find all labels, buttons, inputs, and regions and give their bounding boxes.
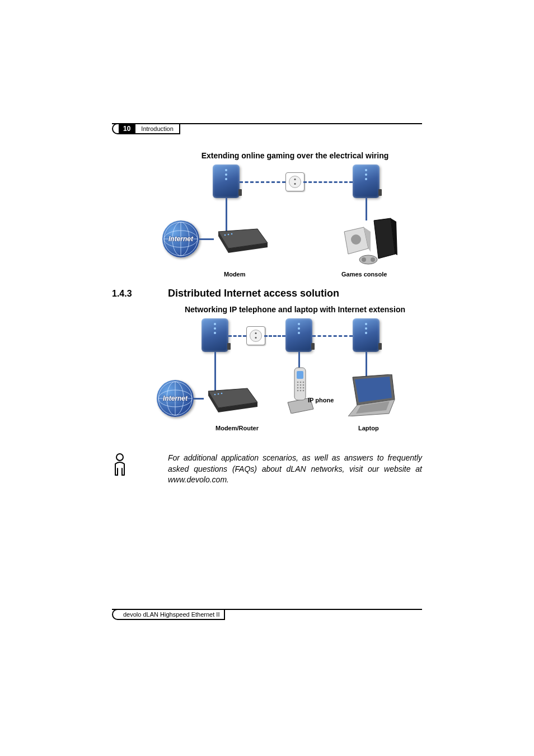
wan-cable	[199, 238, 214, 240]
svg-point-10	[231, 233, 233, 235]
internet-globe-icon: Internet	[157, 380, 194, 417]
laptop-label: Laptop	[358, 425, 379, 431]
modem-router-label: Modem/Router	[216, 425, 259, 431]
header-bracket	[112, 123, 119, 134]
svg-point-18	[371, 257, 375, 262]
dlan-adapter-icon	[353, 165, 380, 198]
ip-phone-label: IP phone	[308, 397, 334, 403]
diagram1-caption: Extending online gaming over the electri…	[168, 151, 422, 160]
section-title: Distributed Internet access solution	[168, 288, 339, 299]
svg-point-41	[303, 387, 305, 389]
footer-bracket	[112, 609, 119, 620]
svg-point-49	[116, 454, 123, 461]
dlan-adapter-icon	[353, 318, 380, 352]
footer-product-name: devolo dLAN Highspeed Ethernet II	[119, 609, 225, 620]
svg-point-42	[297, 390, 299, 392]
powerline-link	[228, 335, 246, 337]
svg-rect-32	[297, 371, 303, 379]
console-label: Games console	[341, 271, 387, 278]
power-outlet-icon	[246, 326, 265, 345]
svg-point-28	[218, 393, 219, 395]
svg-point-9	[228, 234, 229, 236]
header-box: 10 Introduction	[112, 123, 180, 134]
svg-point-17	[362, 257, 366, 262]
diagram-ipphone-laptop: Internet	[168, 318, 403, 430]
power-outlet-icon	[285, 172, 305, 191]
internet-globe-icon: Internet	[162, 220, 199, 257]
internet-label: Internet	[168, 235, 193, 243]
modem-label: Modem	[224, 271, 246, 278]
powerline-link	[264, 335, 285, 337]
diagram2-caption: Networking IP telephone and laptop with …	[168, 305, 422, 314]
internet-label: Internet	[163, 395, 188, 402]
dlan-adapter-icon	[213, 165, 240, 198]
info-person-icon	[112, 453, 168, 486]
powerline-link	[240, 181, 285, 183]
diagram-gaming: Internet	[168, 165, 403, 276]
svg-marker-46	[355, 377, 392, 402]
svg-point-39	[297, 387, 299, 389]
svg-point-43	[300, 390, 302, 392]
powerline-link	[312, 335, 353, 337]
svg-point-33	[297, 382, 299, 383]
svg-point-29	[221, 393, 223, 395]
svg-point-8	[224, 234, 226, 236]
svg-point-40	[300, 387, 302, 389]
ip-phone-icon	[287, 363, 315, 414]
svg-point-38	[303, 384, 305, 386]
footer-box: devolo dLAN Highspeed Ethernet II	[112, 609, 225, 620]
note-text: For additional application scenarios, as…	[168, 453, 422, 486]
dlan-adapter-icon	[285, 318, 312, 352]
page-number: 10	[119, 123, 135, 134]
svg-point-27	[214, 394, 216, 396]
chapter-name: Introduction	[135, 123, 180, 134]
svg-point-34	[300, 382, 302, 383]
laptop-icon	[341, 374, 397, 416]
svg-point-44	[303, 390, 305, 392]
svg-point-13	[351, 234, 361, 245]
dlan-adapter-icon	[202, 318, 228, 352]
modem-icon	[213, 226, 269, 254]
svg-point-35	[303, 382, 305, 383]
modem-router-icon	[203, 386, 259, 414]
svg-point-37	[300, 384, 302, 386]
powerline-link	[303, 181, 353, 183]
games-console-icon	[341, 215, 397, 265]
svg-point-36	[297, 384, 299, 386]
section-number: 1.4.3	[112, 289, 168, 299]
